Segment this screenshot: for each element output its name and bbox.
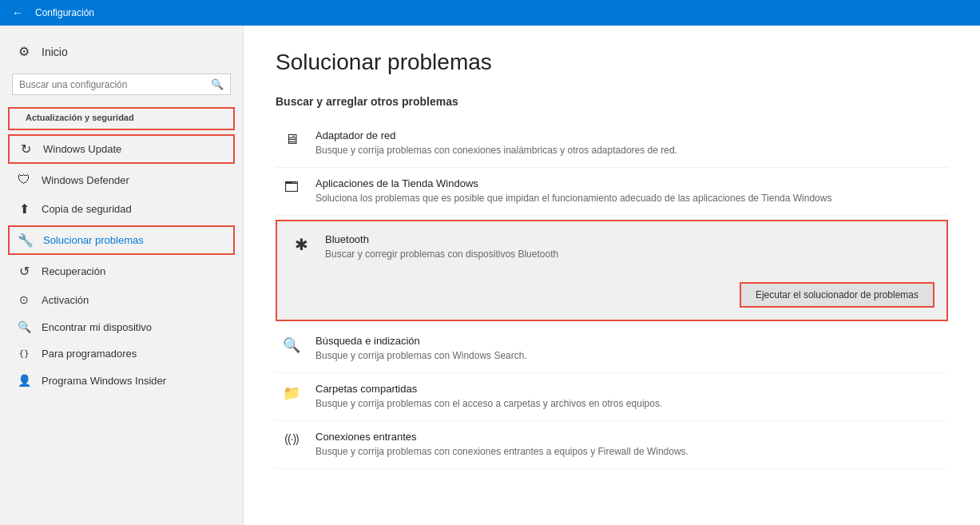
sidebar-item-label: Programa Windows Insider xyxy=(42,375,166,387)
problem-item-conexiones[interactable]: ((·)) Conexiones entrantes Busque y corr… xyxy=(276,421,948,469)
problem-text: Adaptador de red Busque y corrija proble… xyxy=(315,129,944,157)
sidebar-item-label: Copia de seguridad xyxy=(42,203,132,215)
sidebar-section-label: Actualización y seguridad xyxy=(8,107,235,130)
sidebar-inicio-label: Inicio xyxy=(42,46,68,58)
gear-icon xyxy=(16,44,32,59)
problem-desc: Busque y corrija problemas con el acceso… xyxy=(315,397,944,411)
network-icon: 🖥 xyxy=(280,131,304,148)
sidebar-item-recuperacion[interactable]: ↺ Recuperación xyxy=(0,257,243,286)
problem-item-adaptador-red[interactable]: 🖥 Adaptador de red Busque y corrija prob… xyxy=(276,120,948,168)
problem-name: Aplicaciones de la Tienda Windows xyxy=(315,177,944,189)
dev-icon: {} xyxy=(16,348,32,359)
sidebar-item-para-programadores[interactable]: {} Para programadores xyxy=(0,340,243,367)
sidebar-item-label: Encontrar mi dispositivo xyxy=(42,321,152,333)
store-icon: 🗔 xyxy=(280,179,304,196)
insider-icon: 👤 xyxy=(16,374,32,387)
problem-name: Carpetas compartidas xyxy=(315,383,944,395)
wrench-icon: 🔧 xyxy=(18,233,34,248)
problem-desc: Busque y corrija problemas con Windows S… xyxy=(315,349,944,363)
problem-item-bluetooth[interactable]: ✱ Bluetooth Buscar y corregir problemas … xyxy=(276,220,948,322)
section-heading: Buscar y arreglar otros problemas xyxy=(276,95,948,108)
problem-item-top: ✱ Bluetooth Buscar y corregir problemas … xyxy=(289,233,934,261)
recovery-icon: ↺ xyxy=(16,264,32,279)
search-input[interactable] xyxy=(19,79,207,90)
sidebar-item-activacion[interactable]: ⊙ Activación xyxy=(0,286,243,313)
shield-icon: 🛡 xyxy=(16,173,32,187)
problem-desc: Soluciona los problemas que es posible q… xyxy=(315,192,944,205)
problem-name: Conexiones entrantes xyxy=(315,431,944,443)
run-troubleshooter-button[interactable]: Ejecutar el solucionador de problemas xyxy=(740,282,934,308)
problem-item-carpetas[interactable]: 📁 Carpetas compartidas Busque y corrija … xyxy=(276,373,948,421)
problem-name: Adaptador de red xyxy=(315,129,944,141)
back-arrow-icon: ← xyxy=(12,6,23,19)
sidebar-item-label: Solucionar problemas xyxy=(43,234,144,246)
problem-name: Bluetooth xyxy=(325,233,934,245)
sidebar-item-label: Windows Update xyxy=(43,143,121,155)
backup-icon: ⬆ xyxy=(16,201,32,217)
problem-text: Bluetooth Buscar y corregir problemas co… xyxy=(325,233,934,261)
problem-text: Búsqueda e indización Busque y corrija p… xyxy=(315,335,944,363)
folder-icon: 📁 xyxy=(280,384,304,402)
back-button[interactable]: ← xyxy=(8,3,27,22)
sidebar-item-label: Windows Defender xyxy=(42,174,129,186)
sidebar-item-copia-seguridad[interactable]: ⬆ Copia de seguridad xyxy=(0,194,243,224)
problem-item-tienda-windows[interactable]: 🗔 Aplicaciones de la Tienda Windows Solu… xyxy=(276,168,948,216)
title-bar: ← Configuración xyxy=(0,0,980,26)
title-bar-title: Configuración xyxy=(35,7,94,18)
sidebar-item-label: Recuperación xyxy=(42,265,105,277)
problem-text: Carpetas compartidas Busque y corrija pr… xyxy=(315,383,944,411)
problem-name: Búsqueda e indización xyxy=(315,335,944,347)
page-title: Solucionar problemas xyxy=(276,50,948,75)
problem-text: Aplicaciones de la Tienda Windows Soluci… xyxy=(315,177,944,205)
problem-desc: Busque y corrija problemas con conexione… xyxy=(315,144,944,157)
sidebar-item-label: Activación xyxy=(42,294,89,306)
sidebar-item-windows-defender[interactable]: 🛡 Windows Defender xyxy=(0,165,243,194)
activate-icon: ⊙ xyxy=(16,293,32,306)
run-button-container: Ejecutar el solucionador de problemas xyxy=(289,282,934,308)
search-find-icon: 🔍 xyxy=(280,336,304,354)
problem-desc: Buscar y corregir problemas con disposit… xyxy=(325,248,934,261)
connections-icon: ((·)) xyxy=(280,432,304,445)
search-icon: 🔍 xyxy=(211,78,224,90)
sidebar-item-label: Para programadores xyxy=(42,348,137,360)
find-icon: 🔍 xyxy=(16,320,32,333)
sidebar-item-programa-insider[interactable]: 👤 Programa Windows Insider xyxy=(0,367,243,394)
bluetooth-icon: ✱ xyxy=(289,235,313,254)
sidebar-item-inicio[interactable]: Inicio xyxy=(0,38,243,66)
sidebar-item-encontrar-dispositivo[interactable]: 🔍 Encontrar mi dispositivo xyxy=(0,313,243,340)
sidebar-item-solucionar-problemas[interactable]: 🔧 Solucionar problemas xyxy=(8,225,235,255)
problem-item-busqueda[interactable]: 🔍 Búsqueda e indización Busque y corrija… xyxy=(276,325,948,373)
sidebar-search-box[interactable]: 🔍 xyxy=(12,74,231,95)
content-area: Solucionar problemas Buscar y arreglar o… xyxy=(244,26,980,525)
sidebar-item-windows-update[interactable]: ↻ Windows Update xyxy=(8,134,235,164)
refresh-icon: ↻ xyxy=(18,141,34,157)
sidebar: Inicio 🔍 Actualización y seguridad ↻ Win… xyxy=(0,26,244,525)
problem-text: Conexiones entrantes Busque y corrija pr… xyxy=(315,431,944,459)
main-layout: Inicio 🔍 Actualización y seguridad ↻ Win… xyxy=(0,26,980,525)
problem-desc: Busque y corrija problemas con conexione… xyxy=(315,445,944,459)
